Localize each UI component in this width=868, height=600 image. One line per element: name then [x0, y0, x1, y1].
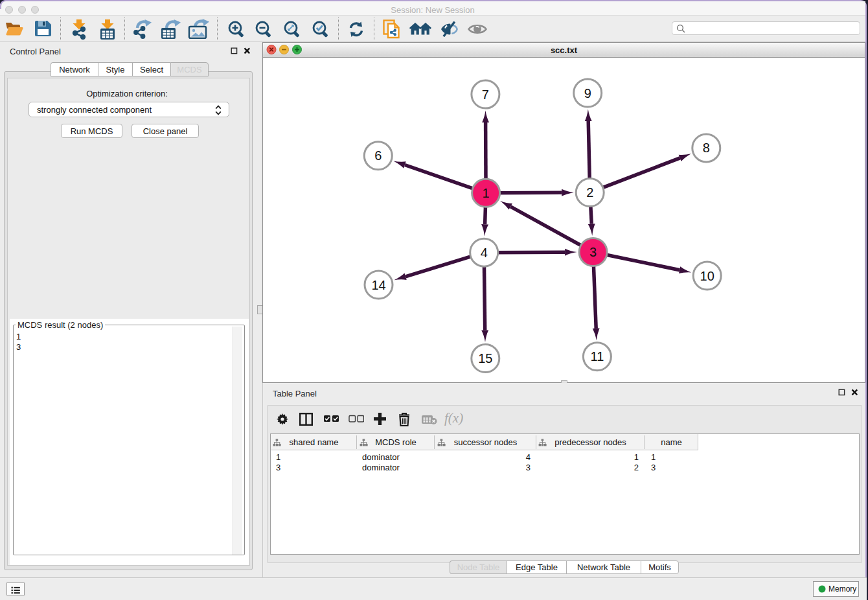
svg-text:11: 11	[591, 349, 604, 363]
svg-text:4: 4	[481, 246, 488, 260]
svg-text:14: 14	[371, 278, 385, 292]
svg-text:9: 9	[584, 86, 591, 100]
svg-text:2: 2	[586, 185, 593, 200]
svg-text:1: 1	[483, 186, 490, 200]
svg-text:10: 10	[700, 269, 714, 283]
svg-text:3: 3	[589, 245, 597, 259]
svg-text:8: 8	[703, 141, 710, 155]
svg-text:6: 6	[374, 148, 382, 163]
svg-text:7: 7	[482, 87, 489, 102]
svg-text:15: 15	[478, 351, 492, 365]
